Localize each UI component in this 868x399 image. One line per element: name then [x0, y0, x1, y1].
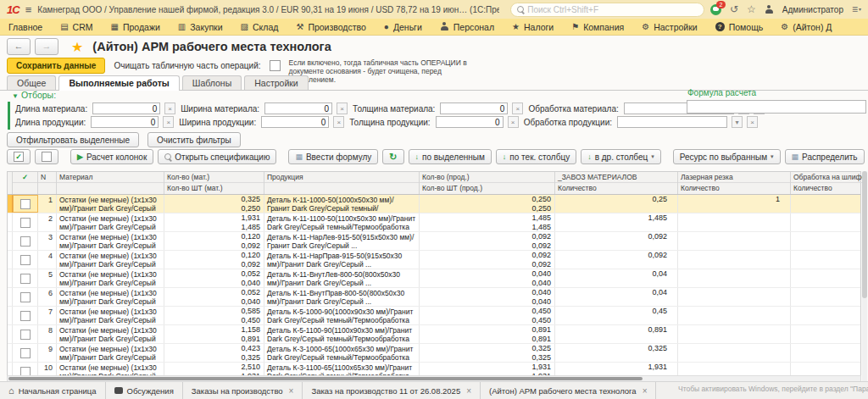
- product-length-input[interactable]: 0: [91, 116, 159, 128]
- close-tab-icon[interactable]: ×: [289, 386, 294, 396]
- col-grind[interactable]: Обработка на шлифовКоличество: [791, 172, 862, 194]
- table-row[interactable]: 1Остатки (не мерные) (1х1х30 мм)/Гранит …: [8, 195, 860, 213]
- col-product[interactable]: Продукция: [264, 172, 420, 194]
- row-checkbox-cell[interactable]: [13, 232, 38, 250]
- tab-nastroyki[interactable]: Настройки: [244, 75, 309, 90]
- product-length-clear-button[interactable]: ×: [163, 116, 174, 128]
- menu-item-help[interactable]: ?Помощь: [715, 22, 764, 32]
- to-other-column-button[interactable]: ↓в др. столбец▾: [581, 149, 661, 164]
- row-checkbox[interactable]: [20, 348, 31, 358]
- filters-group-title[interactable]: ▼Отборы:: [12, 90, 56, 100]
- row-checkbox-cell[interactable]: [13, 195, 38, 213]
- menu-item-aiton[interactable]: ⚙(Айтон) Д: [781, 22, 832, 32]
- close-tab-icon[interactable]: ×: [466, 386, 471, 396]
- row-checkbox[interactable]: [20, 311, 31, 321]
- product-thickness-clear-button[interactable]: ×: [508, 116, 519, 128]
- refresh-button[interactable]: ↻: [382, 149, 403, 164]
- open-spec-button[interactable]: Открыть спецификацию: [158, 149, 276, 164]
- product-thickness-input[interactable]: 0: [436, 116, 504, 128]
- row-checkbox-cell[interactable]: [13, 269, 38, 287]
- menu-item-taxes[interactable]: ★Налоги: [512, 22, 554, 32]
- menu-item-money[interactable]: ●Деньги: [384, 22, 422, 32]
- col-zavoz[interactable]: _ЗАВОЗ МАТЕРИАЛОВКоличество: [555, 172, 678, 194]
- uncheck-all-button[interactable]: [35, 149, 58, 164]
- product-width-clear-button[interactable]: ×: [333, 116, 344, 128]
- row-checkbox[interactable]: [20, 199, 31, 209]
- table-row[interactable]: 3Остатки (не мерные) (1х1х30 мм)/Гранит …: [8, 232, 860, 251]
- tab-shablony[interactable]: Шаблоны: [182, 75, 242, 90]
- by-current-column-button[interactable]: ↓по тек. столбцу: [496, 149, 576, 164]
- clear-operations-checkbox[interactable]: [270, 60, 281, 71]
- row-checkbox-cell[interactable]: [13, 325, 38, 343]
- favorite-star-icon[interactable]: ★: [71, 39, 83, 55]
- by-selected-button[interactable]: ↓по выделенным: [409, 149, 492, 164]
- save-data-button[interactable]: Сохранить данные: [7, 58, 105, 74]
- filter-selected-button[interactable]: Отфильтровать выделенные: [7, 132, 139, 147]
- product-width-input[interactable]: 0: [261, 116, 329, 128]
- table-row[interactable]: 2Остатки (не мерные) (1х1х30 мм)/Гранит …: [8, 213, 860, 232]
- scrollbar-thumb[interactable]: [8, 377, 643, 380]
- product-processing-input[interactable]: [617, 116, 727, 128]
- taskbar-tab-production-order-11[interactable]: Заказ на производство 11 от 26.08.2025×: [303, 382, 481, 399]
- menu-item-warehouse[interactable]: ▨Склад: [241, 22, 279, 32]
- col-qty-mat[interactable]: Кол-во (мат.)Кол-во ШТ (мат.): [164, 172, 264, 194]
- material-width-input[interactable]: 0: [264, 103, 332, 114]
- material-length-clear-button[interactable]: ×: [164, 103, 175, 114]
- row-checkbox-cell[interactable]: [13, 251, 38, 269]
- row-checkbox-cell[interactable]: [13, 288, 38, 306]
- row-checkbox[interactable]: [20, 274, 31, 284]
- taskbar-tab-discussions[interactable]: Обсуждения: [106, 382, 183, 399]
- favorites-icon[interactable]: ☆: [747, 4, 756, 14]
- material-width-clear-button[interactable]: ×: [337, 103, 348, 114]
- enter-formula-button[interactable]: ▦Ввести формулу: [288, 149, 378, 164]
- main-menu-icon[interactable]: ≡: [25, 3, 32, 16]
- notifications-icon[interactable]: 2: [710, 4, 721, 15]
- user-name[interactable]: Администратор: [782, 5, 843, 14]
- distribute-button[interactable]: ▦Распределить: [785, 149, 865, 164]
- table-row[interactable]: 4Остатки (не мерные) (1х1х30 мм)/Гранит …: [8, 251, 860, 269]
- menu-item-staff[interactable]: Персонал: [440, 22, 494, 32]
- check-all-button[interactable]: ✓: [7, 149, 31, 164]
- formula-input[interactable]: [687, 100, 866, 114]
- row-checkbox[interactable]: [20, 236, 31, 247]
- menu-item-settings[interactable]: ⚙Настройки: [642, 22, 697, 32]
- tab-vypolnyaemye-raboty[interactable]: Выполняемые работы: [58, 75, 179, 91]
- service-menu-icon[interactable]: ≡: [852, 3, 861, 15]
- col-material[interactable]: Материал: [57, 172, 164, 194]
- row-checkbox[interactable]: [20, 330, 31, 340]
- menu-item-purchases[interactable]: ▥Закупки: [178, 22, 223, 32]
- calc-columns-button[interactable]: ▶Расчет колонок: [70, 149, 153, 164]
- resource-by-selected-button[interactable]: Ресурс по выбранным▾: [673, 149, 781, 164]
- material-length-input[interactable]: 0: [92, 103, 160, 114]
- row-checkbox-cell[interactable]: [13, 307, 38, 324]
- table-row[interactable]: 6Остатки (не мерные) (1х1х30 мм)/Гранит …: [8, 288, 860, 307]
- close-tab-icon[interactable]: ×: [643, 386, 648, 396]
- scrollbar-thumb[interactable]: [862, 171, 867, 298]
- vertical-scrollbar[interactable]: [862, 171, 867, 395]
- col-qty-prod[interactable]: Кол-во (прод.)Кол-во ШТ (прод.): [420, 172, 555, 194]
- back-button[interactable]: ←: [7, 38, 31, 55]
- menu-item-production[interactable]: ⚒Производство: [296, 22, 365, 32]
- table-row[interactable]: 8Остатки (не мерные) (1х1х30 мм)/Гранит …: [8, 325, 860, 344]
- row-checkbox-cell[interactable]: [13, 213, 38, 231]
- menu-item-crm[interactable]: ▤CRM: [60, 22, 92, 32]
- material-thickness-clear-button[interactable]: ×: [512, 103, 523, 114]
- table-row[interactable]: 7Остатки (не мерные) (1х1х30 мм)/Гранит …: [8, 307, 860, 325]
- material-thickness-input[interactable]: 0: [440, 103, 508, 114]
- menu-item-company[interactable]: ⚑Компания: [571, 22, 624, 32]
- col-n[interactable]: N: [38, 172, 57, 194]
- row-checkbox[interactable]: [20, 255, 31, 265]
- taskbar-tab-home[interactable]: ⌂Начальная страница: [0, 382, 106, 399]
- menu-item-main[interactable]: Главное: [8, 22, 42, 32]
- taskbar-tab-production-orders[interactable]: Заказы на производство×: [183, 382, 303, 399]
- menu-item-sales[interactable]: ▦Продажи: [111, 22, 160, 32]
- table-row[interactable]: 9Остатки (не мерные) (1х1х30 мм)/Гранит …: [8, 344, 860, 363]
- row-checkbox[interactable]: [20, 218, 31, 228]
- row-checkbox-cell[interactable]: [13, 344, 38, 362]
- clear-filters-button[interactable]: Очистить фильтры: [147, 132, 241, 147]
- history-icon[interactable]: ↺: [730, 4, 738, 14]
- forward-button[interactable]: →: [35, 38, 58, 55]
- col-laser[interactable]: Лазерная резкаКоличество: [678, 172, 791, 194]
- tab-obschee[interactable]: Общее: [7, 75, 56, 90]
- row-checkbox[interactable]: [20, 292, 31, 302]
